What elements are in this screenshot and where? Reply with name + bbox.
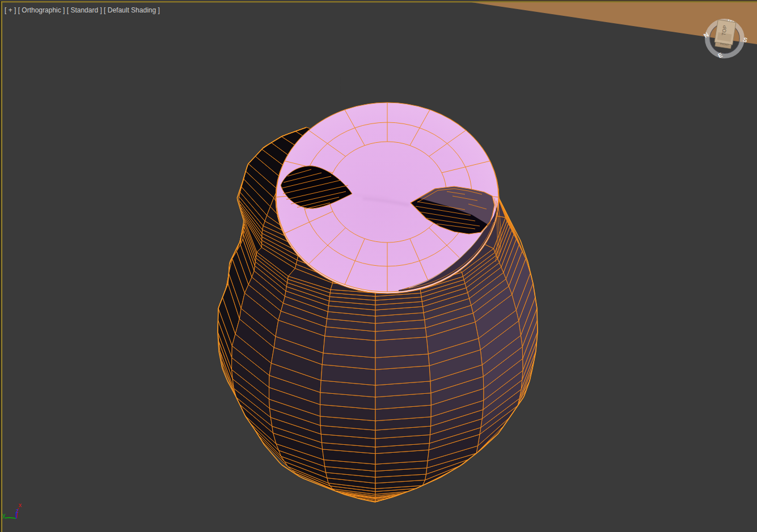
svg-text:z: z [16, 508, 19, 514]
svg-text:x: x [19, 501, 22, 508]
svg-text:y: y [2, 512, 6, 518]
